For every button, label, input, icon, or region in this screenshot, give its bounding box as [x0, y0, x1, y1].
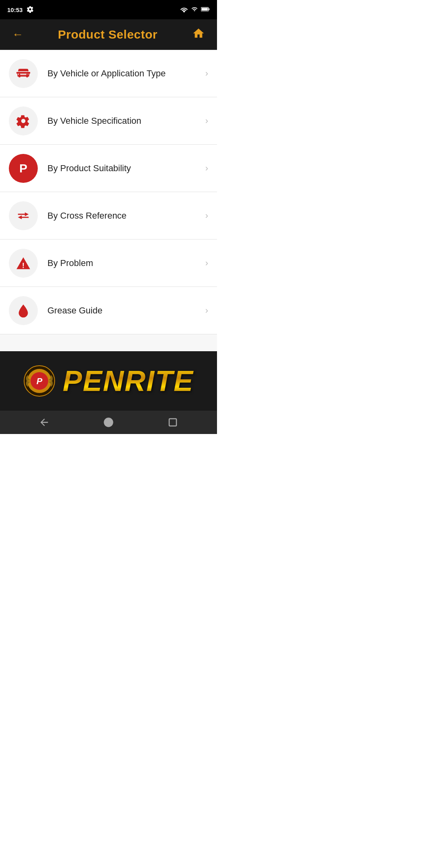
- menu-item-by-problem[interactable]: ! By Problem ›: [0, 240, 217, 287]
- cross-reference-arrows-icon: [16, 208, 31, 223]
- status-right: [180, 6, 210, 14]
- status-left: 10:53: [7, 6, 34, 14]
- vehicle-application-icon-circle: [9, 59, 38, 88]
- page-title: Product Selector: [58, 28, 158, 41]
- svg-rect-1: [209, 8, 209, 10]
- app-bar: ← Product Selector: [0, 19, 217, 50]
- nav-back-button[interactable]: [37, 415, 51, 430]
- footer-brand: P PENRITE: [0, 351, 217, 411]
- app-layout: 10:53: [0, 0, 217, 434]
- navigation-bar: [0, 411, 217, 434]
- settings-icon: [27, 6, 34, 14]
- svg-point-16: [104, 418, 113, 427]
- menu-item-product-suitability[interactable]: P By Product Suitability ›: [0, 145, 217, 192]
- svg-marker-7: [25, 212, 29, 216]
- brand-name: PENRITE: [63, 366, 194, 395]
- svg-rect-2: [202, 8, 208, 10]
- menu-item-vehicle-application[interactable]: By Vehicle or Application Type ›: [0, 50, 217, 97]
- product-suitability-label: By Product Suitability: [47, 163, 202, 174]
- wifi-icon: [180, 6, 188, 14]
- penrite-badge-icon: P: [23, 365, 55, 397]
- cross-reference-label: By Cross Reference: [47, 211, 202, 221]
- menu-item-grease-guide[interactable]: Grease Guide ›: [0, 287, 217, 334]
- chevron-right-icon-3: ›: [205, 211, 208, 221]
- menu-list: By Vehicle or Application Type › By Vehi…: [0, 50, 217, 351]
- chevron-right-icon-2: ›: [205, 163, 208, 174]
- chevron-right-icon-5: ›: [205, 305, 208, 316]
- p-letter-icon: P: [19, 162, 27, 175]
- menu-item-cross-reference[interactable]: By Cross Reference ›: [0, 192, 217, 240]
- chevron-right-icon-1: ›: [205, 116, 208, 126]
- status-time: 10:53: [7, 6, 23, 13]
- product-suitability-icon-circle: P: [9, 154, 38, 183]
- svg-text:!: !: [22, 261, 25, 269]
- status-bar: 10:53: [0, 0, 217, 19]
- nav-square-button[interactable]: [166, 415, 180, 430]
- chevron-right-icon-4: ›: [205, 258, 208, 268]
- drop-icon: [16, 303, 31, 318]
- vehicle-specification-icon-circle: [9, 106, 38, 135]
- svg-marker-9: [18, 215, 22, 219]
- vehicle-specification-label: By Vehicle Specification: [47, 116, 202, 126]
- by-problem-icon-circle: !: [9, 249, 38, 278]
- battery-icon: [201, 6, 210, 13]
- gear-settings-icon: [16, 113, 31, 129]
- chevron-right-icon-0: ›: [205, 68, 208, 79]
- menu-item-vehicle-specification[interactable]: By Vehicle Specification ›: [0, 97, 217, 145]
- cross-reference-icon-circle: [9, 201, 38, 230]
- signal-icon: [191, 6, 198, 14]
- back-button[interactable]: ←: [9, 27, 27, 43]
- home-button[interactable]: [189, 25, 208, 44]
- svg-rect-17: [169, 419, 176, 426]
- vehicle-application-label: By Vehicle or Application Type: [47, 68, 202, 79]
- warning-triangle-icon: !: [16, 256, 31, 271]
- nav-home-circle-button[interactable]: [101, 415, 116, 430]
- car-icon: [16, 66, 31, 81]
- grease-guide-label: Grease Guide: [47, 305, 202, 316]
- grease-guide-icon-circle: [9, 296, 38, 325]
- by-problem-label: By Problem: [47, 258, 202, 268]
- svg-text:P: P: [37, 376, 43, 386]
